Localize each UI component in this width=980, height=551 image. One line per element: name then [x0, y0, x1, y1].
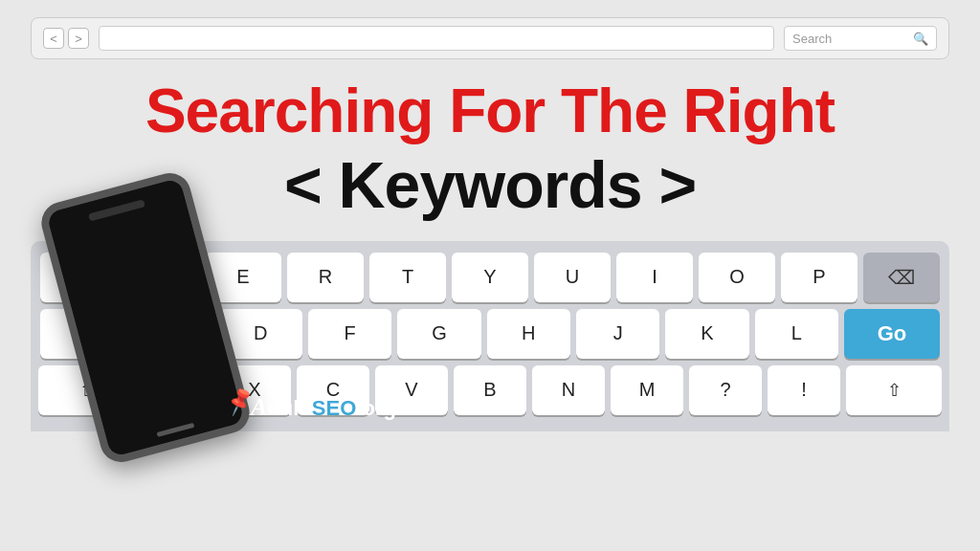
logo-text: Adult SEO.org	[251, 393, 396, 422]
browser-bar: < > Search 🔍	[31, 17, 949, 59]
key-shift-right[interactable]: ⇧	[846, 365, 942, 415]
key-backspace[interactable]: ⌫	[863, 253, 940, 302]
key-y[interactable]: Y	[452, 253, 528, 302]
search-icon: 🔍	[913, 32, 928, 46]
key-u[interactable]: U	[534, 253, 611, 302]
key-k[interactable]: K	[665, 309, 748, 359]
headline-line2: < Keywords >	[145, 147, 835, 222]
headline-line1: Searching For The Right	[145, 77, 835, 147]
key-p[interactable]: P	[781, 253, 858, 302]
search-label: Search	[792, 32, 907, 46]
key-i[interactable]: I	[616, 253, 693, 302]
logo-seo: SEO	[312, 396, 356, 420]
key-h[interactable]: H	[487, 309, 570, 359]
key-j[interactable]: J	[576, 309, 659, 359]
key-l[interactable]: L	[755, 309, 838, 359]
key-n[interactable]: N	[532, 365, 605, 415]
key-r[interactable]: R	[287, 253, 364, 302]
search-box[interactable]: Search 🔍	[784, 26, 937, 51]
address-bar[interactable]	[99, 26, 774, 51]
forward-button[interactable]: >	[68, 28, 89, 49]
back-button[interactable]: <	[43, 28, 64, 49]
logo: Adult SEO.org	[251, 393, 396, 422]
key-b[interactable]: B	[454, 365, 526, 415]
key-t[interactable]: T	[369, 253, 446, 302]
nav-buttons: < >	[43, 28, 89, 49]
key-f[interactable]: F	[308, 309, 391, 359]
logo-org: .org	[356, 396, 396, 420]
key-o[interactable]: O	[699, 253, 775, 302]
keyboard-container: 📌 Adult SEO.org Q W E R T Y U I O P ⌫ A …	[31, 241, 949, 431]
key-go[interactable]: Go	[844, 309, 940, 359]
key-exclaim[interactable]: !	[768, 365, 840, 415]
key-m[interactable]: M	[611, 365, 683, 415]
logo-a: A	[251, 393, 267, 421]
key-question[interactable]: ?	[689, 365, 762, 415]
key-g[interactable]: G	[397, 309, 480, 359]
headline-area: Searching For The Right < Keywords >	[145, 77, 835, 222]
logo-dult: dult	[267, 396, 305, 420]
